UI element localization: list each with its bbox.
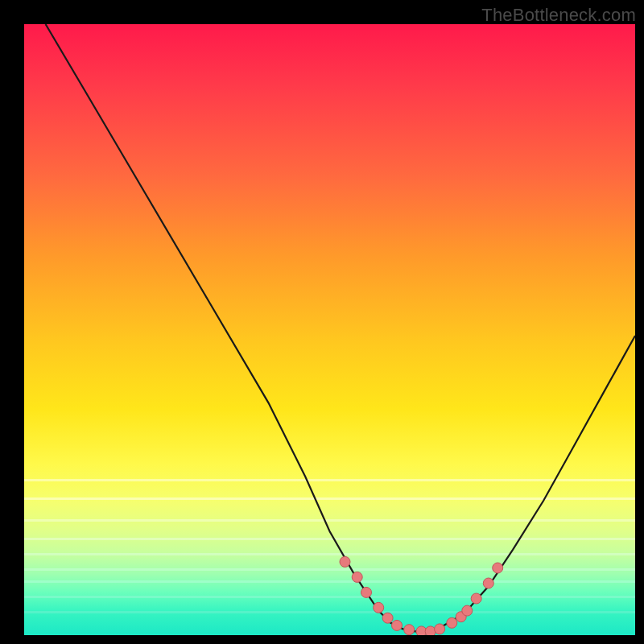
highlight-point — [374, 602, 384, 613]
highlight-points — [340, 556, 503, 635]
highlight-point — [471, 593, 481, 604]
highlight-point — [340, 556, 350, 567]
chart-frame: TheBottleneck.com — [0, 0, 644, 644]
highlight-point — [404, 625, 415, 635]
highlight-point — [425, 626, 436, 635]
highlight-point — [435, 624, 445, 634]
highlight-point — [352, 572, 362, 582]
highlight-point — [493, 563, 503, 573]
highlight-point — [447, 617, 457, 628]
bottleneck-curve — [46, 24, 635, 631]
highlight-point — [361, 587, 372, 597]
highlight-point — [462, 605, 473, 616]
watermark-text: TheBottleneck.com — [481, 5, 636, 26]
highlight-point — [483, 578, 493, 588]
plot-area — [24, 24, 635, 635]
curve-svg — [24, 24, 635, 635]
highlight-point — [382, 613, 393, 623]
highlight-point — [392, 620, 402, 630]
